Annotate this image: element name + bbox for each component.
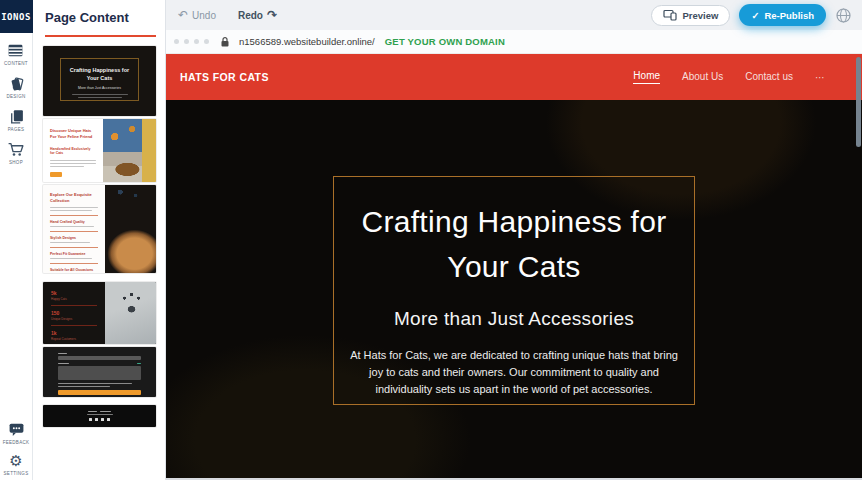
pages-icon (8, 108, 25, 125)
redo-icon: ↷ (267, 10, 277, 20)
site-header: HATS FOR CATS Home About Us Contact us ⋯ (166, 54, 862, 100)
thumbnail-stats-section[interactable]: 5k Happy Cats 150 Unique Designs 1k Repe… (43, 282, 156, 344)
thumbnail-collection-item: Hand Crafted Quality (50, 220, 98, 224)
sidebar-item-label: SETTINGS (4, 471, 29, 476)
text-placeholder-line (78, 97, 122, 98)
preview-scrollbar-thumb[interactable] (856, 57, 861, 147)
nav-item-about[interactable]: About Us (682, 71, 723, 84)
content-icon (7, 42, 24, 59)
thumbnail-collection-item: Suitable for All Occasions (50, 268, 98, 272)
thumbnail-tabby-cat-photo (105, 185, 156, 273)
section-thumbnails: Crafting Happiness for Your Cats More th… (43, 46, 156, 427)
ionos-logo[interactable]: IONOS (0, 0, 33, 33)
get-domain-link[interactable]: GET YOUR OWN DOMAIN (385, 36, 505, 47)
divider (50, 247, 98, 248)
footer-link-placeholder (88, 411, 97, 412)
site-hero-section: Crafting Happiness for Your Cats More th… (166, 100, 862, 478)
sidebar-item-label: DESIGN (6, 94, 25, 99)
thumbnail-hero-subtitle: More than Just Accessories (78, 86, 121, 90)
text-placeholder-line (50, 207, 98, 208)
thumbnail-cta-button (50, 172, 62, 177)
nav-item-home[interactable]: Home (633, 70, 660, 84)
thumbnail-discover-subheading: Handcrafted Exclusively for Cats (50, 147, 96, 155)
sidebar-item-shop[interactable]: SHOP (7, 141, 25, 165)
divider (50, 263, 98, 264)
browser-dot (174, 39, 179, 44)
thumbnail-paw-print-photo (105, 282, 156, 344)
sidebar-item-feedback[interactable]: FEEDBACK (3, 421, 30, 445)
nav-more-ellipsis-icon[interactable]: ⋯ (815, 72, 826, 83)
social-icon-placeholder (95, 418, 98, 421)
thumbnail-collection-item: Stylish Designs (50, 236, 98, 240)
sidebar-item-label: SHOP (9, 160, 23, 165)
social-icon-placeholder (107, 418, 110, 421)
sidebar-item-design[interactable]: DESIGN (6, 75, 25, 99)
redo-label: Redo (238, 10, 263, 21)
text-placeholder-line (50, 166, 84, 167)
lock-icon (220, 36, 230, 48)
page-content-panel: Page Content Crafting Happiness for Your… (33, 0, 166, 480)
preview-button[interactable]: Preview (651, 5, 730, 26)
sidebar-item-settings[interactable]: ⚙ SETTINGS (4, 454, 29, 476)
republish-button[interactable]: ✓ Re-Publish (739, 4, 826, 26)
thumbnail-street-cat-photo (103, 119, 156, 182)
text-placeholder-line (58, 386, 110, 387)
site-url[interactable]: n1566589.websitebuilder.online/ (239, 36, 375, 47)
stat-label: Unique Designs (51, 317, 97, 321)
preview-browser-bar: n1566589.websitebuilder.online/ GET YOUR… (166, 30, 862, 54)
thumbnail-stats-text: 5k Happy Cats 150 Unique Designs 1k Repe… (43, 282, 105, 344)
editor-toolbar: ↶ Undo Redo ↷ Preview ✓ Re-Publish (166, 0, 862, 30)
panel-title: Page Content (45, 10, 165, 25)
thumbnail-footer-section[interactable] (43, 405, 156, 427)
undo-icon: ↶ (178, 10, 188, 20)
thumbnail-contact-form-section[interactable] (43, 347, 156, 397)
hero-body-text[interactable]: At Hats for Cats, we are dedicated to cr… (348, 347, 680, 398)
text-placeholder-line (72, 94, 128, 95)
browser-dot (204, 39, 209, 44)
stat-label: Repeat Customers (51, 337, 97, 341)
form-submit-button-placeholder (58, 390, 141, 395)
hero-title[interactable]: Crafting Happiness for Your Cats (344, 199, 684, 289)
thumbnail-hero-section[interactable]: Crafting Happiness for Your Cats More th… (43, 46, 156, 116)
stat-value: 1k (51, 330, 97, 336)
text-placeholder-line (50, 160, 96, 161)
panel-title-underline (45, 35, 156, 37)
hero-framed-box[interactable]: Crafting Happiness for Your Cats More th… (333, 176, 695, 405)
divider (50, 231, 98, 232)
form-label-placeholder (58, 363, 69, 364)
divider (51, 305, 97, 306)
redo-button[interactable]: Redo ↷ (238, 10, 277, 21)
thumbnail-collection-text: Explore Our Exquisite Collection Hand Cr… (43, 185, 105, 273)
shop-cart-icon (7, 141, 25, 158)
thumbnail-discover-section[interactable]: Discover Unique Hats For Your Feline Fri… (43, 119, 156, 182)
nav-item-contact[interactable]: Contact us (745, 71, 793, 84)
form-accent-mark (137, 363, 141, 364)
site-nav: Home About Us Contact us ⋯ (633, 70, 826, 84)
globe-language-icon[interactable] (835, 7, 852, 24)
form-label-placeholder (58, 353, 67, 354)
stat-label: Happy Cats (51, 297, 97, 301)
text-placeholder-line (87, 414, 113, 415)
thumbnail-collection-heading: Explore Our Exquisite Collection (50, 192, 98, 204)
sidebar-item-label: CONTENT (4, 61, 28, 66)
thumbnail-collection-section[interactable]: Explore Our Exquisite Collection Hand Cr… (43, 185, 156, 273)
sidebar-item-pages[interactable]: PAGES (8, 108, 25, 132)
divider (51, 325, 97, 326)
sidebar-bottom: FEEDBACK ⚙ SETTINGS (3, 412, 30, 480)
editor-workspace: ↶ Undo Redo ↷ Preview ✓ Re-Publish (166, 0, 862, 480)
preview-label: Preview (682, 10, 718, 21)
text-placeholder-line (50, 242, 90, 243)
sidebar-item-content[interactable]: CONTENT (4, 42, 28, 66)
form-textarea-placeholder (58, 366, 141, 380)
design-icon (8, 75, 25, 92)
thumbnail-discover-heading: Discover Unique Hats For Your Feline Fri… (50, 128, 96, 141)
site-brand[interactable]: HATS FOR CATS (180, 71, 269, 83)
undo-label: Undo (192, 10, 216, 21)
text-placeholder-line (50, 210, 92, 211)
thumbnail-hero-frame: Crafting Happiness for Your Cats More th… (60, 58, 139, 101)
thumbnail-collection-item: Perfect Fit Guarantee (50, 252, 98, 256)
republish-label: Re-Publish (764, 10, 814, 21)
text-placeholder-line (58, 383, 132, 384)
hero-subtitle[interactable]: More than Just Accessories (394, 308, 634, 330)
undo-button[interactable]: ↶ Undo (178, 10, 216, 21)
